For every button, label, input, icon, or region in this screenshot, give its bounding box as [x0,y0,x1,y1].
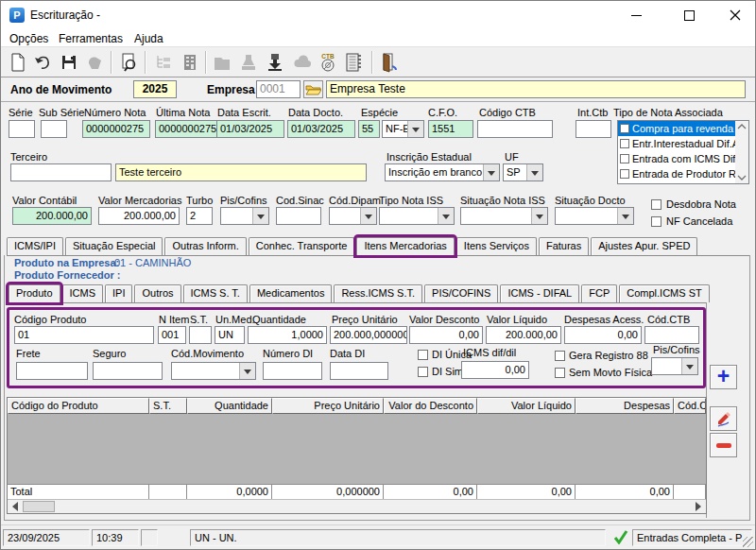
gera-registro-88-checkbox[interactable] [555,351,565,361]
tab-faturas[interactable]: Faturas [539,237,589,255]
scroll-thumb[interactable] [23,501,55,512]
n-item-field[interactable]: 001 [158,326,186,344]
ano-movimento-field[interactable]: 2025 [133,80,177,98]
save-button[interactable] [57,50,81,75]
valor-contabil-field[interactable]: 200.000,00 [12,207,92,225]
add-item-button[interactable]: + [710,365,737,389]
nf-cancelada-checkbox[interactable] [651,216,662,227]
menu-ferramentas[interactable]: Ferramentas [59,32,123,45]
tab-medicamentos[interactable]: Medicamentos [249,284,333,302]
chevron-down-icon[interactable] [407,121,423,137]
tipo-nota-iss-dropdown[interactable] [379,207,455,225]
tab-pis-cofins[interactable]: PIS/COFINS [424,284,498,302]
tab-ajustes-apur-sped[interactable]: Ajustes Apur. SPED [591,237,697,255]
ultima-nota-field[interactable]: 0000000275 [155,120,223,138]
cod-movimento-dropdown[interactable] [171,362,256,380]
cod-sinac-field[interactable] [276,207,321,225]
st-field[interactable] [189,326,212,344]
despesas-acess-field[interactable]: 0,00 [564,326,642,344]
chevron-down-icon[interactable] [252,208,268,224]
import-button[interactable] [263,50,287,75]
grid-header-cell[interactable]: Valor Líquido [477,398,576,414]
list-item[interactable]: Entrada com ICMS Diferido [618,151,737,166]
new-document-button[interactable] [5,50,29,75]
grid-header-cell[interactable]: Cód.CTB [674,398,706,414]
chevron-down-icon[interactable] [617,208,633,224]
company-data-button[interactable] [178,50,202,75]
desdobra-nota-checkbox[interactable] [651,199,662,210]
delete-item-button[interactable] [710,433,737,457]
grid-header-cell[interactable]: Quantidade [187,398,272,414]
tab-icms-difal[interactable]: ICMS - DIFAL [500,284,579,302]
especie-dropdown[interactable]: NF-E [382,120,424,138]
minimize-button[interactable] [615,1,658,29]
tab-ress-icms-st[interactable]: Ress.ICMS S.T. [334,284,422,302]
tab-situacao-especial[interactable]: Situação Especial [65,237,163,255]
piscofins-dropdown[interactable] [220,207,269,225]
di-unica-checkbox[interactable] [418,350,428,360]
ledger-button[interactable] [341,50,366,75]
checkbox[interactable] [620,124,629,133]
grid-body[interactable] [8,414,706,484]
di-simplif-checkbox[interactable] [418,367,428,377]
resize-grip[interactable] [743,537,753,547]
cfo-field[interactable]: 1551 [428,120,473,138]
chevron-down-icon[interactable] [681,358,697,374]
tab-outros[interactable]: Outros [134,284,180,302]
tab-icms[interactable]: ICMS [62,284,104,302]
numero-di-field[interactable] [263,362,322,380]
scroll-left-icon[interactable] [11,502,19,511]
item-piscofins-dropdown[interactable] [651,357,698,375]
situacao-nota-iss-dropdown[interactable] [460,207,548,225]
chevron-down-icon[interactable] [438,208,454,224]
cod-dipam-dropdown[interactable] [329,207,377,225]
tab-produto[interactable]: Produto [9,284,60,302]
valor-liquido-field[interactable]: 200.000,00 [486,326,561,344]
terceiro-code-field[interactable] [10,163,112,181]
list-item[interactable]: Entrada de Produtor Rural [618,166,737,181]
tab-compl-icms-st[interactable]: Compl.ICMS ST [619,284,709,302]
grid-header-cell[interactable]: S.T. [149,398,187,414]
chevron-down-icon[interactable] [526,164,542,180]
terceiro-name-field[interactable]: Teste terceiro [115,163,367,181]
chevron-down-icon[interactable] [483,164,499,180]
empresa-code-field[interactable]: 0001 [256,80,301,98]
list-item[interactable]: Compra para revenda a co [618,121,737,136]
scroll-down-icon[interactable] [737,175,747,180]
cod-ctb-field[interactable] [644,326,699,344]
checkbox[interactable] [620,154,629,163]
tab-outras-inform[interactable]: Outras Inform. [164,237,246,255]
checkbox[interactable] [620,169,629,179]
tab-conhec-transporte[interactable]: Conhec. Transporte [249,237,355,255]
menu-opcoes[interactable]: Opções [9,32,48,45]
uf-dropdown[interactable]: SP [503,163,543,181]
sem-movto-fisica-checkbox[interactable] [555,368,565,378]
especie-num-field[interactable]: 55 [358,120,380,138]
serie-field[interactable] [9,120,35,138]
data-di-field[interactable] [330,362,388,380]
open-company-button[interactable] [303,80,323,98]
empresa-name-field[interactable]: Empresa Teste [326,80,746,98]
listbox-scrollbar[interactable] [735,121,748,183]
tab-itens-mercadorias[interactable]: Itens Mercadorias [356,237,454,255]
tab-ipi[interactable]: IPI [105,284,132,302]
grid-hscrollbar[interactable] [8,499,706,513]
codigo-ctb-field[interactable] [477,120,553,138]
quantidade-field[interactable]: 1,0000 [248,326,327,344]
grid-header-cell[interactable]: Despesas [576,398,674,414]
subserie-field[interactable] [41,120,67,138]
valor-desconto-field[interactable]: 0,00 [409,326,483,344]
data-escrit-field[interactable]: 01/03/2025 [216,120,284,138]
situacao-docto-dropdown[interactable] [555,207,634,225]
tab-icms-st[interactable]: ICMS S. T. [183,284,248,302]
scroll-up-icon[interactable] [737,124,747,129]
scroll-right-icon[interactable] [695,502,702,511]
chevron-down-icon[interactable] [360,208,376,224]
edit-item-button[interactable] [710,406,737,431]
valor-mercadorias-field[interactable]: 200.000,00 [98,207,180,225]
ctb-button[interactable]: CTB [316,50,340,75]
list-item[interactable]: Entr.Interestadual Dif.Alíq [618,136,737,151]
grid-header-cell[interactable]: Preço Unitário [272,398,384,414]
tab-itens-servicos[interactable]: Itens Serviços [456,237,537,255]
grid-header-cell[interactable]: Código do Produto [8,398,149,414]
